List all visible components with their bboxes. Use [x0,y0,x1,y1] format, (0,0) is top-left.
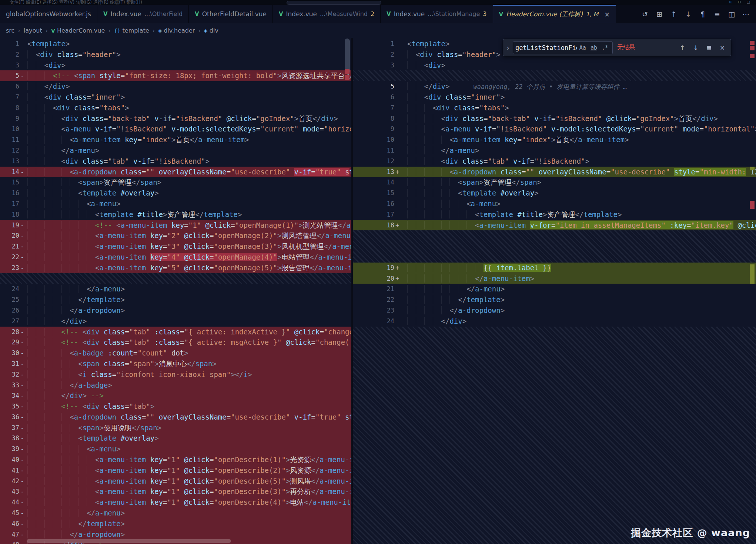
tab-headercom.vue-[interactable]: VHeaderCom.vue (工作树)1, M× [493,5,616,23]
close-tab-icon[interactable]: × [604,11,609,18]
code-line[interactable]: 9 <div class="back-tab" v-if="isBackend"… [0,113,351,124]
code-line[interactable]: 26 </a-dropdown> [0,305,351,316]
overview-ruler[interactable] [748,38,756,544]
command-center[interactable] [287,1,381,5]
code-line[interactable]: 6 <div class="inner"> [353,92,756,103]
tab-otherfielddetail.vue[interactable]: VOtherFieldDetail.vue [189,5,273,23]
code-line[interactable]: 45- </a-menu> [0,508,351,518]
code-line[interactable]: 43- <a-menu-item key="1" @click="openDes… [0,486,351,497]
discard-changes-icon[interactable]: ↺ [639,8,651,20]
code-line[interactable]: 18+ <a-menu-item v-for="item in assetMan… [353,220,756,231]
code-line[interactable]: 9 <a-menu v-if="!isBackend" v-model:sele… [353,124,756,134]
code-line[interactable]: 8 <div class="tabs"> [0,103,351,113]
code-line[interactable]: 7 <div class="inner"> [0,92,351,103]
code-line[interactable]: 24 </div> [353,316,756,327]
open-changes-icon[interactable]: ⊞ [653,8,666,20]
breadcrumb-item-div[interactable]: ◈div [204,27,218,34]
code-line[interactable]: 21 </a-menu> [353,284,756,294]
code-line[interactable]: 3 <div> [353,60,756,71]
tab-index.vue[interactable]: VIndex.vue ...\OtherField [97,5,189,23]
code-line[interactable]: 15 <span>资产管理</span> [0,177,351,188]
code-line[interactable]: 10 <a-menu-item key="index">首页</a-menu-i… [353,134,756,145]
next-match-icon[interactable]: ↓ [690,42,701,53]
find-in-selection-icon[interactable]: ≣ [703,42,715,53]
breadcrumb-item-layout[interactable]: layout [24,27,42,34]
code-line[interactable]: 2 <div class="header"> [0,49,351,60]
code-line[interactable]: 18 <template #title>资产管理</template> [0,209,351,220]
code-line[interactable]: 7 <div class="tabs"> [353,103,756,113]
code-line[interactable]: 14 <span>资产管理</span> [353,177,756,188]
code-line[interactable]: 42- <a-menu-item key="1" @click="openDes… [0,476,351,487]
tab-index.vue[interactable]: VIndex.vue ...\MeasureWind2 [273,5,381,23]
render-whitespace-icon[interactable]: ¶ [696,8,709,20]
code-line[interactable]: 27 </div> [0,316,351,327]
code-line[interactable]: 39- <a-menu> [0,444,351,454]
match-case-icon[interactable]: Aa [578,44,588,52]
next-change-icon[interactable]: ↓ [682,8,695,20]
regex-icon[interactable]: .* [600,44,610,52]
code-line[interactable]: 38- <template #overlay> [0,433,351,444]
breadcrumb-item-headercom.vue[interactable]: VHeaderCom.vue [51,27,105,34]
code-line[interactable]: 20- <a-menu-item key="2" @click="openMan… [0,230,351,241]
tab-index.vue[interactable]: VIndex.vue ...\StationManage3 [381,5,493,23]
code-line[interactable]: 13+ <a-dropdown class="" overlayClassNam… [353,167,756,177]
code-line[interactable]: 12 <div class="tab" v-if="!isBackend"> [353,156,756,167]
breadcrumb-item-div.header[interactable]: ◈div.header [158,27,195,34]
word-wrap-icon[interactable]: ≡ [711,8,723,20]
code-line[interactable]: 11 <a-menu-item key="index">首页</a-menu-i… [0,134,351,145]
code-line[interactable]: 15 <template #overlay> [353,188,756,198]
code-line[interactable]: 16 <template #overlay> [0,188,351,198]
code-line[interactable]: 24 </a-menu> [0,284,351,294]
code-line[interactable]: 28- <!-- <div class="tab" :class="{ acti… [0,327,351,337]
close-find-icon[interactable]: × [717,42,728,53]
code-line[interactable]: 16 <a-menu> [353,198,756,209]
breadcrumb-item-src[interactable]: src [6,27,14,34]
code-line[interactable]: 44- <a-menu-item key="1" @click="openDes… [0,497,351,508]
code-line[interactable]: 11 </a-menu> [353,145,756,156]
toggle-replace-icon[interactable]: › [503,44,513,52]
code-line[interactable]: 19- <!-- <a-menu-item key="1" @click="op… [0,220,351,231]
code-line[interactable]: 23- <a-menu-item key="5" @click="openMan… [0,263,351,273]
code-line[interactable]: 22 </template> [353,294,756,305]
code-line[interactable]: 23 </a-dropdown> [353,305,756,316]
code-line[interactable]: 1<template> [0,39,351,49]
breadcrumb-item-template[interactable]: {}template [114,27,149,34]
code-line[interactable]: 37- <span>使用说明</span> [0,423,351,433]
window-controls[interactable]: ⊞ ⊟ ▢ [729,0,752,4]
split-editor-icon[interactable]: ◫ [725,8,738,20]
code-line[interactable]: 5 </div>waangyong, 22 个月前 • 发电量计算等缓存组件 … [353,81,756,92]
code-line[interactable]: 21- <a-menu-item key="3" @click="openMan… [0,241,351,252]
code-line[interactable]: 6 </div> [0,81,351,92]
menu-bar-items[interactable]: 文件(F) 编辑(E) 选择(S) 查看(V) 转到(G) 运行(R) 终端(T… [10,0,142,5]
code-line[interactable]: 32- <i class="iconfont icon-xiaoxi span"… [0,369,351,380]
code-line[interactable]: 31- <span class="span">消息中心</span> [0,358,351,369]
code-line[interactable]: 35- <!-- <div class="tab"> [0,401,351,412]
code-line[interactable]: 25 </template> [0,294,351,305]
code-line[interactable]: 33- </a-badge> [0,380,351,391]
code-line[interactable]: 46- </template> [0,518,351,529]
horizontal-scrollbar-thumb[interactable] [27,539,231,543]
whole-word-icon[interactable]: ab [589,44,599,52]
code-line[interactable]: 34- </div> --> [0,390,351,401]
code-line[interactable]: 12 </a-menu> [0,145,351,156]
code-line[interactable]: 29- <!-- <div class="tab" :class="{ acti… [0,337,351,348]
code-line[interactable]: 19+ {{ item.label }} [353,263,756,273]
previous-change-icon[interactable]: ↑ [668,8,680,20]
code-line[interactable]: 36- <a-dropdown class="" overlayClassNam… [0,412,351,423]
code-line[interactable]: 10 <a-menu v-if="!isBackend" v-model:sel… [0,124,351,134]
code-line[interactable]: 5- <!-- <span style="font-size: 18px; fo… [0,70,351,81]
code-line[interactable]: 47- </a-dropdown> [0,529,351,540]
code-line[interactable]: 17 <a-menu> [0,198,351,209]
find-input[interactable] [515,44,577,51]
code-line[interactable]: 41- <a-menu-item key="1" @click="openDes… [0,465,351,476]
more-actions-icon[interactable]: ⋯ [740,8,752,20]
code-line[interactable]: 40- <a-menu-item key="1" @click="openDes… [0,454,351,465]
left-scrollbar[interactable] [343,38,351,544]
code-line[interactable]: 30- <a-badge :count="count" dot> [0,348,351,358]
code-line[interactable]: 14- <a-dropdown class="" overlayClassNam… [0,167,351,177]
code-line[interactable]: 8 <div class="back-tab" v-if="isBackend"… [353,113,756,124]
code-line[interactable]: 17 <template #title>资产管理</template> [353,209,756,220]
code-line[interactable]: 3 <div> [0,60,351,71]
code-line[interactable]: 13 <div class="tab" v-if="!isBackend"> [0,156,351,167]
code-line[interactable]: 20+ </a-menu-item> [353,273,756,284]
